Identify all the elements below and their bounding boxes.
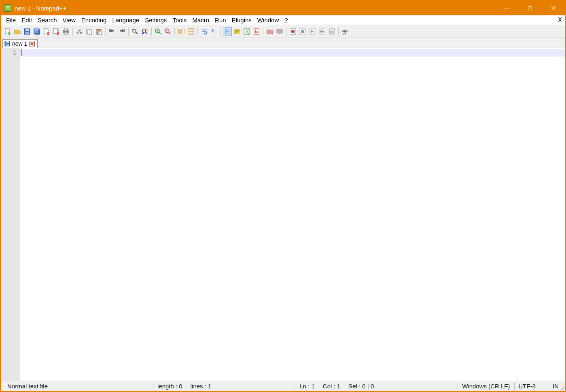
show-all-chars-icon[interactable]: ¶ — [210, 27, 218, 36]
stop-macro-icon — [298, 27, 307, 36]
print-icon[interactable] — [61, 27, 70, 36]
replace-icon[interactable] — [140, 27, 149, 36]
status-bar: Normal text file length : 0 lines : 1 Ln… — [1, 381, 565, 391]
play-macro-icon — [308, 27, 317, 36]
record-macro-icon[interactable] — [288, 27, 297, 36]
save-all-icon[interactable] — [32, 27, 41, 36]
svg-line-34 — [136, 32, 138, 34]
menu-encoding[interactable]: Encoding — [78, 17, 110, 23]
svg-rect-73 — [330, 29, 333, 31]
minimize-button[interactable] — [495, 1, 518, 15]
svg-point-24 — [77, 32, 78, 34]
zoom-out-icon[interactable] — [163, 27, 172, 36]
toolbar-separator — [174, 27, 175, 36]
toolbar-separator — [263, 27, 263, 36]
tab-close-icon[interactable] — [29, 41, 35, 46]
toolbar: ¶fxABC — [1, 25, 565, 38]
line-number: 1 — [1, 49, 17, 56]
play-multi-icon — [318, 27, 326, 36]
svg-rect-64 — [277, 29, 282, 33]
status-col: Col : 1 — [319, 381, 344, 391]
svg-rect-23 — [64, 32, 68, 34]
svg-text:ABC: ABC — [342, 29, 349, 33]
menu-search[interactable]: Search — [35, 17, 60, 23]
svg-line-41 — [159, 32, 161, 34]
text-editor[interactable] — [20, 48, 565, 381]
menu-settings[interactable]: Settings — [142, 17, 170, 23]
close-document-x[interactable]: X — [558, 16, 562, 24]
menu-plugins[interactable]: Plugins — [229, 17, 254, 23]
menu-tools[interactable]: Tools — [170, 17, 189, 23]
svg-rect-65 — [279, 34, 280, 34]
undo-icon[interactable] — [108, 27, 117, 36]
menu-language[interactable]: Language — [109, 17, 142, 23]
redo-icon[interactable] — [117, 27, 126, 36]
tab-new-1[interactable]: new 1 — [2, 39, 38, 48]
menu-bar: FileEditSearchViewEncodingLanguageSettin… — [1, 15, 565, 25]
indent-guide-icon[interactable] — [223, 27, 232, 36]
svg-rect-31 — [98, 29, 100, 30]
menu-macro[interactable]: Macro — [189, 17, 212, 23]
window-title: new 1 - Notepad++ — [15, 5, 495, 12]
status-filetype: Normal text file — [3, 381, 153, 391]
svg-point-67 — [291, 30, 295, 33]
line-number-gutter: 1 — [1, 48, 20, 381]
menu-edit[interactable]: Edit — [19, 17, 35, 23]
svg-rect-76 — [6, 41, 9, 43]
resize-grip[interactable] — [560, 386, 565, 391]
svg-rect-38 — [146, 29, 148, 31]
status-ln: Ln : 1 — [295, 381, 319, 391]
sync-v-scroll-icon[interactable] — [177, 27, 186, 36]
close-all-icon[interactable] — [52, 27, 61, 36]
menu-run[interactable]: Run — [212, 17, 229, 23]
text-caret — [21, 49, 21, 56]
monitor-icon — [275, 27, 284, 36]
close-window-button[interactable] — [542, 1, 565, 15]
zoom-in-icon[interactable] — [154, 27, 163, 36]
svg-rect-1 — [528, 6, 532, 10]
cut-icon[interactable] — [75, 27, 84, 36]
menu-view[interactable]: View — [60, 17, 78, 23]
svg-rect-35 — [132, 29, 134, 30]
svg-rect-32 — [98, 31, 102, 35]
svg-rect-18 — [53, 29, 57, 34]
find-icon[interactable] — [131, 27, 140, 36]
word-wrap-icon[interactable] — [200, 27, 209, 36]
copy-icon[interactable] — [85, 27, 93, 36]
toolbar-separator — [338, 27, 339, 36]
doc-map-icon[interactable] — [242, 27, 251, 36]
svg-rect-77 — [6, 44, 9, 46]
toolbar-separator — [286, 27, 286, 36]
sync-h-scroll-icon[interactable] — [187, 27, 195, 36]
menu-file[interactable]: File — [3, 17, 19, 23]
status-mode[interactable]: IN — [540, 381, 563, 391]
file-saved-icon — [4, 41, 10, 46]
menu-window[interactable]: Window — [254, 17, 282, 23]
close-file-icon[interactable] — [42, 27, 51, 36]
svg-text:¶: ¶ — [212, 28, 215, 35]
save-macro-icon — [327, 27, 336, 36]
paste-icon[interactable] — [94, 27, 103, 36]
toolbar-separator — [220, 27, 221, 36]
svg-rect-22 — [64, 29, 68, 31]
func-list-icon[interactable]: fx — [252, 27, 261, 36]
svg-rect-9 — [25, 29, 29, 31]
maximize-button[interactable] — [518, 1, 542, 15]
current-line-highlight — [20, 49, 565, 57]
folder-workspace-icon[interactable] — [265, 27, 274, 36]
tab-bar: new 1 — [1, 38, 565, 48]
svg-rect-10 — [25, 32, 29, 34]
svg-point-25 — [80, 32, 82, 34]
svg-point-36 — [142, 29, 146, 32]
user-lang-icon[interactable] — [233, 27, 242, 36]
status-length: length : 0 — [153, 381, 187, 391]
status-eol[interactable]: Windows (CR LF) — [458, 381, 514, 391]
new-file-icon[interactable] — [3, 27, 12, 36]
status-encoding[interactable]: UTF-8 — [515, 381, 540, 391]
spellcheck-icon[interactable]: ABC — [341, 27, 350, 36]
title-bar: new 1 - Notepad++ — [1, 1, 565, 15]
save-icon[interactable] — [23, 27, 32, 36]
open-file-icon[interactable] — [13, 27, 22, 36]
svg-rect-61 — [246, 30, 248, 33]
menu-?[interactable]: ? — [282, 17, 290, 23]
